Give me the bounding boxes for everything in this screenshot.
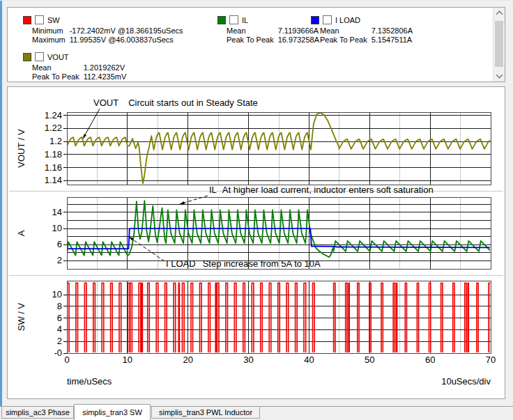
svg-text:50: 50 bbox=[365, 355, 374, 365]
svg-text:1.2: 1.2 bbox=[49, 136, 62, 146]
svg-text:2: 2 bbox=[57, 336, 62, 346]
svg-text:30: 30 bbox=[243, 355, 253, 365]
scrollbar-down-button[interactable] bbox=[493, 70, 505, 81]
sw-visibility-checkbox[interactable] bbox=[35, 15, 44, 24]
chevron-down-icon bbox=[496, 72, 503, 79]
annotation-il: ILAt higher load current, inductor enter… bbox=[209, 185, 434, 195]
legend-entry-sw: SW Minimum -172.2402mV @18.366195uSecs M… bbox=[23, 15, 183, 44]
vout-stat-label: Peak To Peak bbox=[32, 72, 79, 81]
svg-text:10: 10 bbox=[52, 223, 62, 233]
iload-trace-name: I LOAD bbox=[335, 16, 360, 24]
legend-entry-iload: I LOAD Mean 7.1352806A Peak To Peak 5.15… bbox=[311, 15, 413, 44]
svg-text:-0: -0 bbox=[54, 348, 62, 358]
scrollbar-thumb[interactable] bbox=[495, 21, 503, 67]
sw-stat-value: -172.2402mV @18.366195uSecs bbox=[70, 26, 183, 35]
svg-text:6: 6 bbox=[57, 239, 62, 249]
tab-simplis-ac3-phase[interactable]: simplis_ac3 Phase bbox=[1, 407, 74, 419]
vout-visibility-checkbox[interactable] bbox=[35, 52, 44, 61]
svg-text:0: 0 bbox=[64, 355, 69, 365]
chevron-up-icon bbox=[496, 11, 503, 18]
svg-text:4: 4 bbox=[57, 324, 62, 334]
amps-axis-title: A bbox=[16, 230, 26, 236]
legend-scrollbar[interactable] bbox=[493, 8, 505, 81]
vout-color-swatch bbox=[23, 53, 31, 61]
window-top-hairline bbox=[0, 0, 513, 1]
vout-stat-value: 1.2019262V bbox=[84, 63, 127, 72]
svg-text:1.14: 1.14 bbox=[45, 175, 62, 185]
scrollbar-up-button[interactable] bbox=[493, 8, 505, 20]
il-color-swatch bbox=[217, 16, 226, 24]
il-trace-name: IL bbox=[242, 16, 248, 24]
svg-text:60: 60 bbox=[425, 355, 435, 365]
sw-color-swatch bbox=[23, 16, 31, 24]
vout-axis-title: VOUT / V bbox=[16, 129, 26, 168]
legend-entry-il: IL Mean 7.1193666A Peak To Peak 16.97325… bbox=[217, 15, 319, 44]
il-visibility-checkbox[interactable] bbox=[229, 15, 238, 24]
vout-stat-value: 112.4235mV bbox=[84, 72, 127, 81]
sw-stat-label: Minimum bbox=[32, 26, 66, 35]
waveform-plot-area[interactable]: 1.241.221.21.181.161.14141062108642-0010… bbox=[8, 87, 505, 398]
svg-text:10: 10 bbox=[123, 355, 132, 365]
il-stat-label: Peak To Peak bbox=[227, 36, 274, 44]
sheet-tab-bar: simplis_ac3 Phase simplis_tran3 SW simpl… bbox=[0, 406, 513, 420]
svg-text:1.16: 1.16 bbox=[45, 162, 62, 173]
iload-visibility-checkbox[interactable] bbox=[323, 15, 332, 24]
svg-text:6: 6 bbox=[57, 313, 62, 323]
svg-text:10: 10 bbox=[52, 289, 62, 300]
iload-stat-value: 7.1352806A bbox=[372, 26, 413, 35]
plot-panel: 1.241.221.21.181.161.14141062108642-0010… bbox=[7, 86, 505, 399]
sw-stat-label: Maximum bbox=[32, 36, 66, 44]
legend-panel: SW Minimum -172.2402mV @18.366195uSecs M… bbox=[7, 7, 505, 82]
svg-text:1.24: 1.24 bbox=[45, 110, 62, 120]
sw-trace-name: SW bbox=[47, 16, 60, 24]
svg-text:1.22: 1.22 bbox=[45, 123, 62, 133]
iload-stat-label: Peak To Peak bbox=[320, 36, 367, 44]
sw-axis-title: SW / V bbox=[16, 302, 26, 331]
sw-stat-value: 11.99535V @46.003837uSecs bbox=[70, 36, 183, 44]
il-stat-label: Mean bbox=[227, 26, 274, 35]
iload-color-swatch bbox=[311, 16, 319, 24]
legend-entry-vout: VOUT Mean 1.2019262V Peak To Peak 112.42… bbox=[23, 52, 126, 81]
x-scale-per-div-label: 10uSecs/div bbox=[441, 376, 491, 387]
vout-trace-name: VOUT bbox=[47, 53, 69, 61]
iload-stat-label: Mean bbox=[320, 26, 367, 35]
svg-text:14: 14 bbox=[52, 207, 62, 217]
annotation-vout: VOUTCircuit starts out in Steady State bbox=[93, 98, 258, 108]
iload-stat-value: 5.1547511A bbox=[372, 36, 413, 44]
vout-stat-label: Mean bbox=[32, 63, 79, 72]
svg-text:2: 2 bbox=[57, 255, 62, 265]
tab-simplis-tran3-pwl-inductor[interactable]: simplis_tran3 PWL Inductor bbox=[151, 407, 260, 419]
waveform-viewer-window: { "legend": { "entries": [ {"name":"SW",… bbox=[0, 0, 513, 420]
svg-text:70: 70 bbox=[486, 355, 496, 365]
x-axis-title: time/uSecs bbox=[67, 376, 112, 387]
svg-text:8: 8 bbox=[57, 301, 62, 311]
svg-text:1.18: 1.18 bbox=[45, 149, 62, 160]
window-edge-accent bbox=[0, 0, 2, 420]
svg-text:20: 20 bbox=[183, 355, 192, 365]
svg-text:40: 40 bbox=[304, 355, 314, 365]
annotation-i-load: I LOADStep increase from 5A to 10A bbox=[166, 258, 321, 269]
tab-simplis-tran3-sw[interactable]: simplis_tran3 SW bbox=[74, 404, 151, 420]
